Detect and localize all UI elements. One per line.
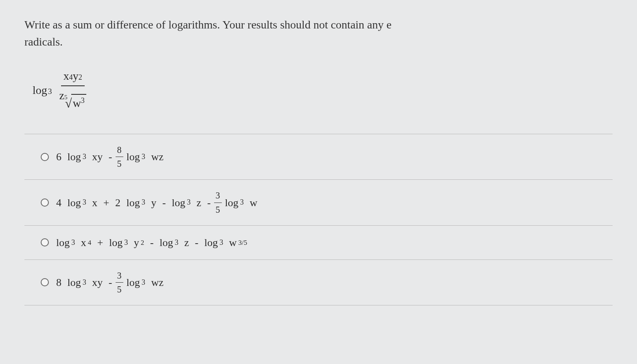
log-label: log bbox=[33, 82, 47, 99]
option-2-content: 4 log3 x + 2 log3 y - log3 z - 35 log3 w bbox=[56, 189, 257, 216]
radio-icon[interactable] bbox=[41, 153, 49, 161]
radio-icon[interactable] bbox=[41, 198, 49, 207]
radical: 5 w3 bbox=[64, 94, 86, 113]
option-2[interactable]: 4 log3 x + 2 log3 y - log3 z - 35 log3 w bbox=[24, 179, 613, 225]
question-line-1: Write as a sum or difference of logarith… bbox=[24, 18, 392, 31]
radio-icon[interactable] bbox=[41, 238, 49, 246]
question-text: Write as a sum or difference of logarith… bbox=[24, 16, 613, 50]
denominator: z 5 w3 bbox=[57, 86, 89, 113]
option-4[interactable]: 8 log3 xy - 35 log3 wz bbox=[24, 259, 613, 305]
option-1[interactable]: 6 log3 xy - 85 log3 wz bbox=[24, 134, 613, 179]
option-3-content: log3 x4 + log3 y2 - log3 z - log3 w3/5 bbox=[56, 235, 247, 251]
question-line-2: radicals. bbox=[24, 35, 63, 48]
option-3[interactable]: log3 x4 + log3 y2 - log3 z - log3 w3/5 bbox=[24, 225, 613, 259]
math-expression: log 3 x4y2 z 5 w3 bbox=[33, 67, 613, 113]
log-base: 3 bbox=[48, 85, 52, 97]
answer-options: 6 log3 xy - 85 log3 wz 4 log3 x + 2 log3… bbox=[24, 134, 613, 305]
fraction: x4y2 z 5 w3 bbox=[57, 67, 89, 113]
numerator: x4y2 bbox=[61, 67, 85, 86]
option-4-content: 8 log3 xy - 35 log3 wz bbox=[56, 269, 164, 296]
option-1-content: 6 log3 xy - 85 log3 wz bbox=[56, 143, 164, 170]
radio-icon[interactable] bbox=[41, 278, 49, 286]
